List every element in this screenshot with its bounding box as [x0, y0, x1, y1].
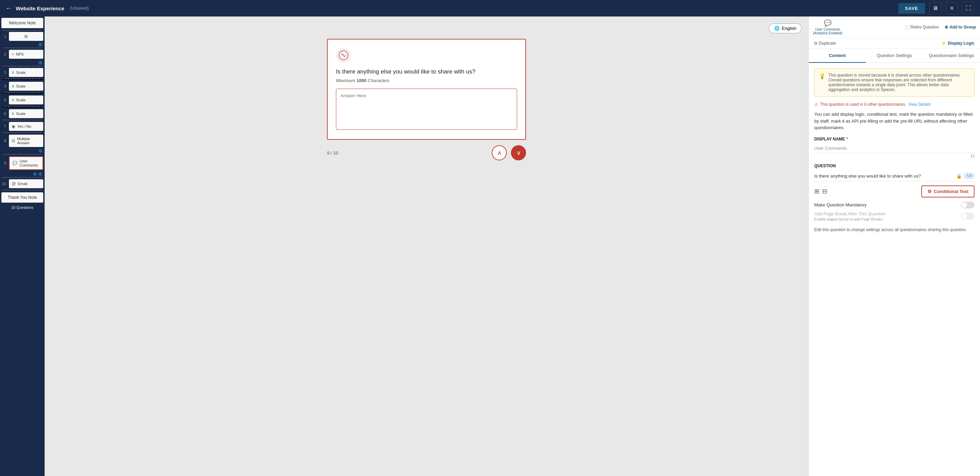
canvas-footer: 9 / 10 ∧ ∨	[327, 145, 526, 160]
monitor-icon-button[interactable]: 🖥	[929, 2, 942, 14]
multi-icon: ⊟	[12, 138, 15, 143]
canvas-area: 🌐 English Is there anything else you wou…	[45, 16, 808, 476]
nav-down-button[interactable]: ∨	[511, 145, 526, 160]
retire-icon: ⬚	[905, 25, 909, 30]
sidebar-row-9: 9 💬 User Comments	[0, 155, 45, 171]
char-count: 13	[814, 154, 975, 158]
subtext-suffix: Characters	[366, 78, 390, 83]
nav-up-button[interactable]: ∧	[492, 145, 507, 160]
action-icon-1[interactable]: ⊞	[814, 187, 819, 195]
page-break-desc: Enable paged layout to add Page Breaks	[814, 217, 886, 221]
scale-6-label: Scale	[16, 112, 26, 116]
menu-button[interactable]: ≡	[946, 2, 958, 14]
mandatory-toggle[interactable]	[961, 201, 975, 208]
sidebar-item-1[interactable]: ⊞	[8, 31, 45, 42]
question-actions: 🔒 IVR	[956, 173, 975, 179]
page-indicator: 9 / 10	[327, 150, 338, 156]
toolbar-2-spacer	[844, 41, 933, 46]
nps-icon: ≈	[12, 52, 14, 57]
language-bar: 🌐 English	[51, 23, 802, 33]
unsaved-label: (Unsaved)	[70, 6, 89, 11]
display-logic-btn[interactable]: ⚡ Display Logic	[941, 41, 975, 46]
view-details-link[interactable]: View Details	[908, 102, 931, 107]
sidebar-row-10: 10 @ Email	[0, 178, 45, 189]
add-icon-after-1[interactable]: ⊞	[0, 42, 45, 47]
mandatory-toggle-row: Make Question Mandatory	[814, 201, 975, 208]
mandatory-label: Make Question Mandatory	[814, 202, 961, 208]
sidebar-num-1: 1	[0, 34, 6, 38]
sidebar-item-welcome[interactable]: Welcome Note	[2, 18, 43, 28]
sidebar-num-8: 8	[0, 139, 6, 143]
sidebar-num-7: 7	[0, 124, 6, 128]
group-icon-9[interactable]: ⊕	[33, 171, 37, 177]
header: ← Website Experience (Unsaved) SAVE 🖥 ≡ …	[0, 0, 980, 16]
conditional-text-button[interactable]: ⚙ Conditional Text	[921, 185, 975, 198]
language-button[interactable]: 🌐 English	[769, 23, 802, 33]
sidebar-row-4: 4 ≡ Scale	[0, 81, 45, 92]
question-display-text: Is there anything else you would like to…	[814, 173, 921, 179]
sidebar-item-multi[interactable]: ⊟ Multiple Answer	[8, 134, 45, 148]
required-star: *	[846, 137, 848, 142]
action-icon-2[interactable]: ⊟	[822, 187, 827, 195]
nav-buttons: ∧ ∨	[492, 145, 526, 160]
display-name-label: DISPLAY NAME *	[814, 137, 975, 142]
sidebar-num-10: 10	[0, 182, 6, 186]
content-description: You can add display logic, conditional t…	[814, 111, 975, 131]
lock-icon: 🔒	[956, 173, 962, 179]
user-comments-tool-label: User Comments(Analytics Enabled)	[813, 27, 842, 35]
add-icon-after-2[interactable]: ⊞	[0, 60, 45, 65]
survey-card: Is there anything else you would like to…	[327, 39, 526, 140]
icon-1: ⊞	[24, 34, 28, 39]
user-comments-tool[interactable]: 💬 User Comments(Analytics Enabled)	[813, 19, 842, 35]
divider-8	[3, 154, 42, 155]
cloned-notice: 💡 This question is cloned because it is …	[814, 68, 975, 96]
main-layout: Welcome Note 1 ⊞ ⊞ 2 ≈ NPS ⊞	[0, 16, 980, 476]
sidebar-item-scale-3[interactable]: ≡ Scale	[8, 67, 45, 78]
rp-body: 💡 This question is cloned because it is …	[809, 63, 980, 476]
sidebar-item-email[interactable]: @ Email	[8, 178, 45, 189]
action-row: ⊞ ⊟ ⚙ Conditional Text	[814, 185, 975, 198]
retire-question-btn[interactable]: ⬚ Retire Question	[905, 25, 939, 30]
right-panel: 💬 User Comments(Analytics Enabled) ⬚ Ret…	[808, 16, 980, 476]
tab-content[interactable]: Content	[809, 49, 866, 63]
sidebar-item-scale-5[interactable]: ≡ Scale	[8, 94, 45, 105]
sidebar-num-9: 9	[0, 161, 6, 165]
usage-warning: ⚠ This question is used in 6 other quest…	[814, 102, 975, 107]
scale-3-label: Scale	[16, 70, 26, 75]
sidebar-row-5: 5 ≡ Scale	[0, 94, 45, 105]
group-add-row-9: ⊕ ⊕	[0, 171, 45, 177]
tab-questionnaire-settings[interactable]: Questionnaire Settings	[923, 49, 980, 63]
gear-icon: ⚙	[928, 189, 932, 194]
survey-subtext: Maximum 1000 Characters	[336, 78, 517, 83]
add-to-group-btn[interactable]: ⊕ Add to Group	[945, 25, 976, 30]
display-name-input[interactable]	[814, 144, 975, 153]
page-break-toggle-row: Add Page Break After This Question Enabl…	[814, 211, 975, 221]
survey-answer-textarea[interactable]	[336, 89, 517, 130]
add-icon-9[interactable]: ⊕	[38, 171, 43, 177]
page-break-toggle[interactable]	[961, 212, 975, 219]
page-break-label: Add Page Break After This Question	[814, 211, 886, 216]
back-button[interactable]: ←	[5, 5, 12, 12]
divider-1	[3, 48, 42, 48]
sidebar-item-thank-you[interactable]: Thank You Note	[2, 192, 43, 203]
sidebar-item-comments[interactable]: 💬 User Comments	[8, 155, 45, 171]
scale-5-icon: ≡	[12, 97, 14, 102]
add-group-icon: ⊕	[945, 25, 948, 30]
tab-question-settings[interactable]: Question Settings	[866, 49, 923, 63]
save-button[interactable]: SAVE	[898, 3, 925, 14]
rp-tabs: Content Question Settings Questionnaire …	[809, 49, 980, 63]
tree-button[interactable]: ⛶	[962, 2, 975, 14]
group-icon-8[interactable]: ⊕	[38, 148, 43, 153]
sidebar-item-nps[interactable]: ≈ NPS	[8, 49, 45, 60]
sidebar-item-yesno[interactable]: ◉ Yes / No	[8, 121, 45, 132]
multi-label: Multiple Answer	[17, 137, 40, 145]
sidebar-row-7: 7 ◉ Yes / No	[0, 121, 45, 132]
divider-5	[3, 106, 42, 107]
scale-4-icon: ≡	[12, 84, 14, 89]
sidebar-row-1: 1 ⊞	[0, 31, 45, 42]
subtext-bold: 1000	[356, 78, 366, 83]
sidebar-item-scale-6[interactable]: ≡ Scale	[8, 108, 45, 119]
duplicate-btn[interactable]: ⧉ Duplicate	[814, 41, 836, 46]
sidebar-num-4: 4	[0, 84, 6, 88]
sidebar-item-scale-4[interactable]: ≡ Scale	[8, 81, 45, 92]
